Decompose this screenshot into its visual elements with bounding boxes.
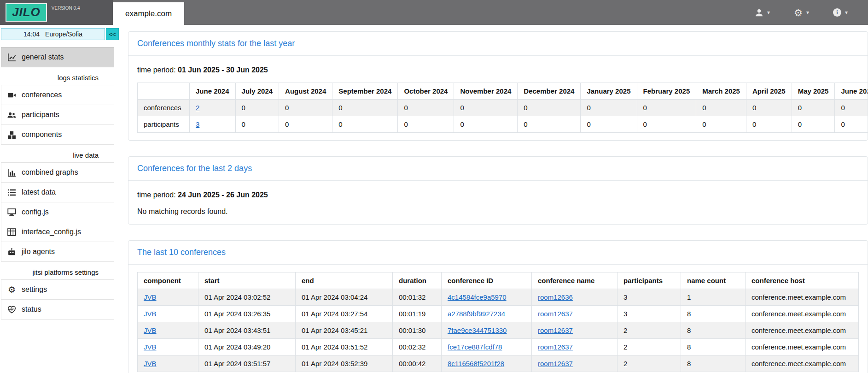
cell-with-link: JVB: [138, 306, 198, 322]
sidebar-item-settings[interactable]: ⚙ settings: [1, 279, 114, 300]
topbar-menus: ▾ ⚙ ▾ i ▾: [755, 0, 868, 25]
cell-with-link: 4c14584fce9a5970: [442, 289, 532, 306]
card-body: componentstartenddurationconference IDco…: [128, 265, 868, 373]
table-cell: conference.meet.example.com: [746, 322, 859, 339]
sidebar-item-combined-graphs[interactable]: combined graphs: [1, 162, 114, 183]
table-cell: 0: [235, 116, 279, 133]
table-cell: 0: [454, 100, 518, 116]
table-cell: conference.meet.example.com: [746, 306, 859, 322]
sidebar-item-latest-data[interactable]: latest data: [1, 182, 114, 202]
table-link[interactable]: JVB: [144, 293, 157, 301]
time-period-label: time period:: [137, 66, 176, 74]
table-cell: 3: [618, 289, 681, 306]
table-link[interactable]: JVB: [144, 360, 157, 367]
column-header: February 2025: [637, 83, 696, 100]
table-link[interactable]: 2: [196, 104, 199, 112]
column-header: duration: [393, 272, 442, 289]
cell-with-link: room12637: [532, 355, 618, 372]
sidebar-item-interface-config-js[interactable]: interface_config.js: [1, 222, 114, 242]
table-link[interactable]: 4c14584fce9a5970: [448, 293, 507, 301]
clock-time: 14:04: [23, 30, 40, 38]
cell-with-link: room12637: [532, 322, 618, 339]
table-cell: participants: [138, 116, 190, 133]
sidebar-item-label: latest data: [22, 188, 56, 196]
sidebar-item-conferences[interactable]: conferences: [1, 85, 114, 105]
sidebar-item-jilo-agents[interactable]: jilo agents: [1, 242, 114, 262]
settings-menu[interactable]: ⚙ ▾: [794, 8, 809, 18]
table-link[interactable]: JVB: [144, 310, 157, 318]
time-period: time period: 24 Jun 2025 - 26 Jun 2025: [137, 191, 859, 199]
table-cell: 2: [618, 322, 681, 339]
table-row: participants3000000000000: [138, 116, 868, 133]
table-cell: 00:01:19: [393, 306, 442, 322]
table-cell: 0: [454, 116, 518, 133]
table-cell: 0: [835, 116, 868, 133]
gear-icon: ⚙: [794, 8, 803, 18]
table-cell: 01 Apr 2024 03:45:21: [296, 322, 393, 339]
cell-with-link: JVB: [138, 322, 198, 339]
sidebar-item-config-js[interactable]: config.js: [1, 202, 114, 222]
table-cell: 0: [696, 116, 746, 133]
sidebar-item-status[interactable]: status: [1, 299, 114, 320]
video-camera-icon: [7, 91, 16, 100]
table-cell: 01 Apr 2024 03:49:20: [198, 339, 296, 355]
time-period: time period: 01 Jun 2025 - 30 Jun 2025: [137, 66, 859, 74]
table-cell: 01 Apr 2024 03:02:52: [198, 289, 296, 306]
table-header-row: June 2024July 2024August 2024September 2…: [138, 83, 868, 100]
table-cell: 8: [681, 322, 746, 339]
column-header: conference host: [746, 272, 859, 289]
table-link[interactable]: a2788f9bf9927234: [448, 310, 505, 318]
table-link[interactable]: room12636: [538, 293, 573, 301]
table-link[interactable]: room12637: [538, 343, 573, 351]
column-header: [138, 83, 190, 100]
sidebar-item-components[interactable]: components: [1, 124, 114, 145]
table-cell: 0: [581, 116, 637, 133]
table-cell: 01 Apr 2024 03:43:51: [198, 322, 296, 339]
table-link[interactable]: room12637: [538, 326, 573, 334]
sidebar-item-label: participants: [22, 111, 59, 119]
table-cell: 8: [681, 339, 746, 355]
table-cell: 0: [332, 100, 398, 116]
table-link[interactable]: 8c116568f5201f28: [448, 360, 504, 367]
table-link[interactable]: room12637: [538, 360, 573, 367]
column-header: May 2025: [792, 83, 835, 100]
tab-example-com[interactable]: example.com: [113, 2, 184, 25]
clock-timezone: Europe/Sofia: [45, 30, 82, 38]
table-row: conferences2000000000000: [138, 100, 868, 116]
table-cell: conference.meet.example.com: [746, 355, 859, 372]
table-link[interactable]: room12637: [538, 310, 573, 318]
sidebar-item-label: config.js: [22, 208, 49, 216]
table-link[interactable]: fce17ce887fcdf78: [448, 343, 502, 351]
table-link[interactable]: 7fae9ce344751330: [448, 326, 507, 334]
sidebar-section-logs-statistics: logs statistics: [1, 67, 120, 85]
table-cell: conference.meet.example.com: [746, 339, 859, 355]
time-period-value: 24 Jun 2025 - 26 Jun 2025: [178, 191, 268, 199]
column-header: end: [296, 272, 393, 289]
cell-with-link: JVB: [138, 339, 198, 355]
table-cell: 0: [279, 100, 332, 116]
table-cell: 0: [696, 100, 746, 116]
sidebar-item-general-stats[interactable]: general stats: [1, 47, 114, 67]
table-link[interactable]: 3: [196, 120, 199, 128]
sidebar-item-participants[interactable]: participants: [1, 105, 114, 125]
column-header: July 2024: [235, 83, 279, 100]
table-cell: 0: [279, 116, 332, 133]
table-row: JVB01 Apr 2024 03:43:5101 Apr 2024 03:45…: [138, 322, 859, 339]
card-last-2-days: Conferences for the last 2 days time per…: [128, 156, 868, 225]
table-cell: conferences: [138, 100, 190, 116]
user-menu[interactable]: ▾: [755, 8, 770, 17]
last-10-conferences-table: componentstartenddurationconference IDco…: [137, 272, 859, 372]
table-link[interactable]: JVB: [144, 326, 157, 334]
info-menu[interactable]: i ▾: [833, 8, 848, 17]
card-body: time period: 24 Jun 2025 - 26 Jun 2025 N…: [128, 181, 868, 224]
table-link[interactable]: JVB: [144, 343, 157, 351]
card-title-last-10-conferences: The last 10 conferences: [128, 241, 868, 265]
time-period-label: time period:: [137, 191, 176, 199]
sidebar-collapse-button[interactable]: <<: [106, 28, 119, 40]
column-header: start: [198, 272, 296, 289]
column-header: name count: [681, 272, 746, 289]
table-cell: 0: [792, 100, 835, 116]
card-title-last-2-days: Conferences for the last 2 days: [128, 157, 868, 181]
version-label: VERSION 0.4: [52, 6, 80, 11]
sidebar: 14:04 Europe/Sofia << general stats logs…: [0, 25, 121, 373]
